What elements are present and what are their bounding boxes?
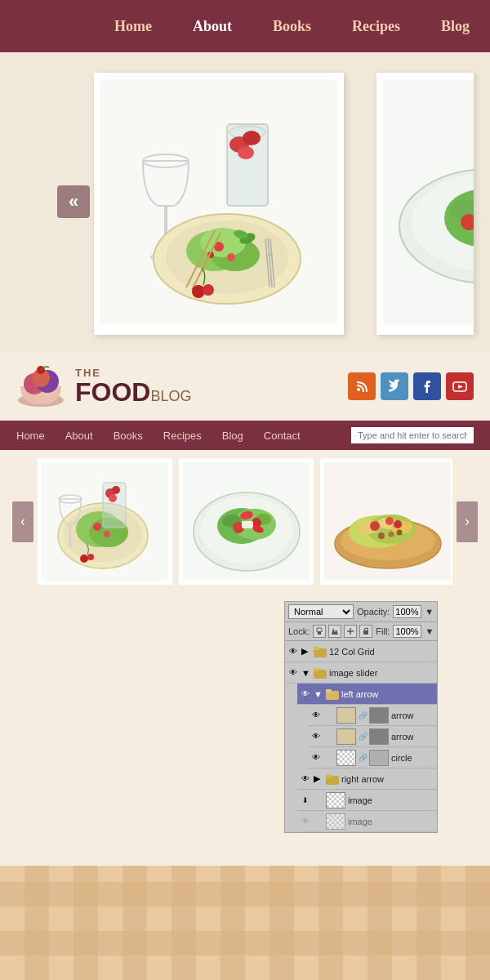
svg-point-79 xyxy=(370,521,380,531)
layer-thumb-arrow1 xyxy=(336,707,356,724)
svg-point-50 xyxy=(104,531,110,537)
youtube-icon[interactable] xyxy=(446,372,474,400)
layer-label-left-arrow: left arrow xyxy=(341,689,434,699)
social-icons xyxy=(348,372,474,400)
layers-toolbar: Normal Opacity: ▼ xyxy=(285,602,437,622)
blog-slide-img-3 xyxy=(324,462,451,581)
expand-arrow-grid[interactable]: ▶ xyxy=(301,646,311,657)
blog-search-input[interactable] xyxy=(351,427,474,443)
blog-nav-recipes[interactable]: Recipes xyxy=(163,430,202,442)
svg-point-49 xyxy=(93,523,101,531)
slide-card-1 xyxy=(94,73,344,335)
svg-point-20 xyxy=(203,284,214,296)
blog-slider-prev-button[interactable]: ‹ xyxy=(12,501,33,542)
eye-icon-circle[interactable]: 👁 xyxy=(310,752,322,764)
slide-image-1 xyxy=(100,79,337,324)
svg-rect-95 xyxy=(326,689,332,693)
blog-nav: Home About Books Recipes Blog Contact xyxy=(0,421,490,450)
blog-slide-item-2[interactable] xyxy=(179,458,314,585)
lock-all-icon[interactable] xyxy=(359,625,372,638)
eye-icon-image1[interactable]: ⬇ xyxy=(300,795,311,806)
layers-list: 👁 ▶ 12 Col Grid 👁 ▼ image slider 👁 ▼ lef… xyxy=(285,641,437,832)
layer-row-image2[interactable]: 👁 image xyxy=(297,811,437,832)
nav-books[interactable]: Books xyxy=(273,18,311,35)
layer-row-right-arrow[interactable]: 👁 ▶ right arrow xyxy=(297,768,437,790)
top-nav: Home About Books Recipes Blog xyxy=(0,0,490,52)
layer-row-image-slider[interactable]: 👁 ▼ image slider xyxy=(285,662,437,684)
rss-icon[interactable] xyxy=(348,372,376,400)
layer-label-slider: image slider xyxy=(329,668,434,678)
layers-panel: Normal Opacity: ▼ Lock: xyxy=(284,601,438,833)
expand-arrow-slider[interactable]: ▼ xyxy=(301,668,311,678)
blog-section: THE FOODBLOG Home About Books Recip xyxy=(0,351,490,866)
logo-bowl-icon xyxy=(16,363,65,408)
eye-icon-image2[interactable]: 👁 xyxy=(300,816,311,827)
lock-pixels-icon[interactable] xyxy=(328,625,341,638)
svg-point-7 xyxy=(243,131,261,145)
layer-row-arrow2[interactable]: 👁 🔗 arrow xyxy=(308,726,437,747)
eye-icon-slider[interactable]: 👁 xyxy=(287,667,299,679)
layer-thumb-dark-circle xyxy=(369,750,389,766)
twitter-icon[interactable] xyxy=(381,372,408,400)
folder-icon-slider xyxy=(314,667,327,679)
eye-icon-grid[interactable]: 👁 xyxy=(287,646,299,657)
layer-thumb-image2 xyxy=(326,813,345,830)
svg-point-57 xyxy=(80,555,88,563)
layer-thumb-circle xyxy=(336,750,356,766)
blog-nav-contact[interactable]: Contact xyxy=(264,430,301,442)
blog-nav-blog[interactable]: Blog xyxy=(222,430,243,442)
eye-icon-arrow1[interactable]: 👁 xyxy=(310,710,322,721)
blog-nav-books[interactable]: Books xyxy=(114,430,143,442)
blog-nav-home[interactable]: Home xyxy=(16,430,45,442)
eye-icon-arrow2[interactable]: 👁 xyxy=(310,731,322,742)
svg-point-56 xyxy=(109,494,117,502)
layer-label-image2: image xyxy=(348,817,434,826)
blog-logo: THE FOODBLOG xyxy=(16,363,191,408)
svg-rect-86 xyxy=(318,631,321,635)
layer-thumb-image1 xyxy=(326,792,345,808)
blog-slide-item-1[interactable] xyxy=(38,458,172,585)
lock-transparency-icon[interactable] xyxy=(313,625,326,638)
svg-rect-97 xyxy=(326,774,332,777)
folder-icon-grid xyxy=(314,646,327,657)
expand-arrow-right-arrow[interactable]: ▶ xyxy=(314,773,323,784)
svg-marker-43 xyxy=(458,385,463,389)
logo-blog-text: BLOG xyxy=(150,388,191,404)
fill-input[interactable] xyxy=(393,625,421,638)
blog-slide-item-3[interactable] xyxy=(320,458,452,585)
facebook-icon[interactable] xyxy=(413,372,441,400)
chain-icon-arrow2: 🔗 xyxy=(359,733,367,741)
blog-slider-next-button[interactable]: › xyxy=(457,501,478,542)
logo-food: FOOD xyxy=(75,377,150,407)
nav-about[interactable]: About xyxy=(193,18,232,35)
fill-dropdown-arrow[interactable]: ▼ xyxy=(425,626,434,636)
svg-point-55 xyxy=(112,486,120,494)
fill-label: Fill: xyxy=(376,626,390,636)
slide-card-2 xyxy=(376,73,474,335)
svg-rect-68 xyxy=(242,521,253,528)
layer-row-image1[interactable]: ⬇ image xyxy=(297,790,437,811)
blog-slide-img-2 xyxy=(183,462,310,581)
folder-icon-left-arrow xyxy=(326,688,339,700)
svg-point-83 xyxy=(389,532,394,537)
eye-icon-left-arrow[interactable]: 👁 xyxy=(300,688,311,700)
layer-row-circle[interactable]: 👁 🔗 circle xyxy=(308,747,437,768)
lock-position-icon[interactable] xyxy=(344,625,357,638)
logo-food-blog: FOODBLOG xyxy=(75,379,191,405)
nav-blog[interactable]: Blog xyxy=(441,18,470,35)
layer-row-left-arrow[interactable]: 👁 ▼ left arrow xyxy=(297,684,437,705)
layer-mode-select[interactable]: Normal xyxy=(288,604,354,619)
expand-arrow-left-arrow[interactable]: ▼ xyxy=(314,689,323,699)
layer-thumb-arrow2 xyxy=(336,728,356,745)
nav-home[interactable]: Home xyxy=(114,18,152,35)
opacity-input[interactable] xyxy=(393,605,421,618)
layer-row-arrow1[interactable]: 👁 🔗 arrow xyxy=(308,705,437,726)
blog-nav-about[interactable]: About xyxy=(65,430,93,442)
opacity-dropdown-arrow[interactable]: ▼ xyxy=(425,607,434,617)
top-slider: « xyxy=(0,52,490,351)
slider-prev-button[interactable]: « xyxy=(57,185,90,218)
eye-icon-right-arrow[interactable]: 👁 xyxy=(300,773,311,785)
nav-recipes[interactable]: Recipes xyxy=(352,18,400,35)
layers-fill-row: Lock: Fill: ▼ xyxy=(285,622,437,641)
layer-row-12-col-grid[interactable]: 👁 ▶ 12 Col Grid xyxy=(285,641,437,662)
